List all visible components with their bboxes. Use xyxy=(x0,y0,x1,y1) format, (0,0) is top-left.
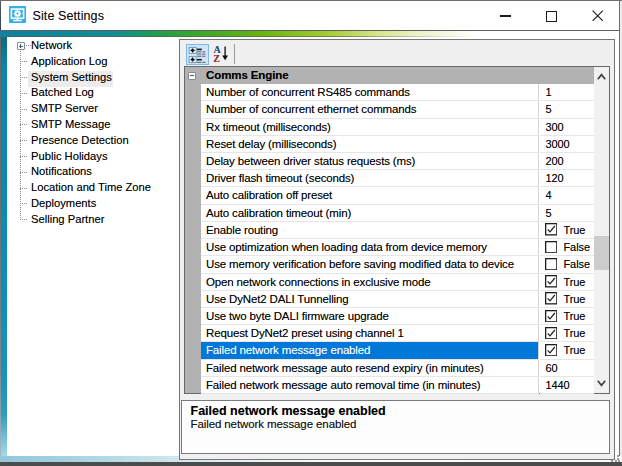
svg-text:Z: Z xyxy=(213,52,220,63)
